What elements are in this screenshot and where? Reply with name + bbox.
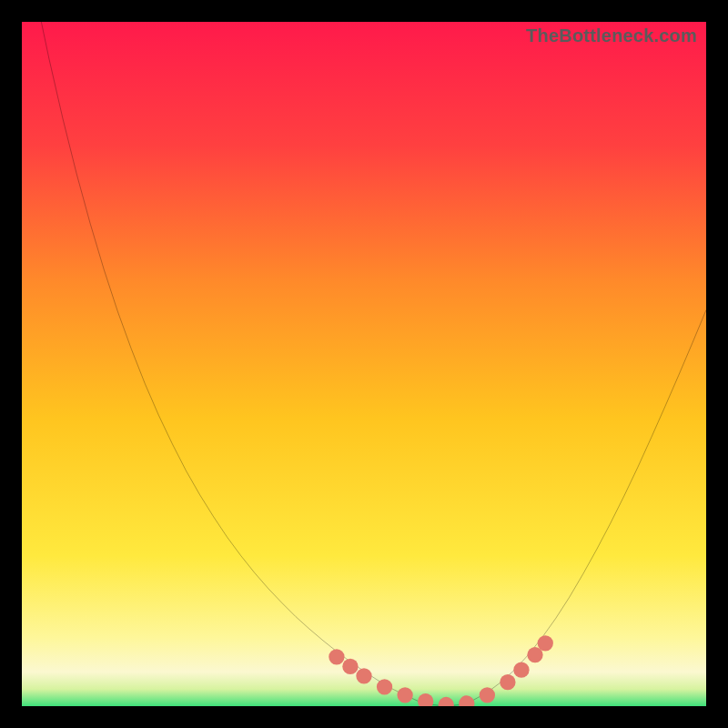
curve-marker <box>513 662 529 677</box>
curve-marker <box>342 659 358 674</box>
curve-marker <box>439 697 454 706</box>
curve-marker <box>397 687 412 703</box>
curve-marker <box>418 693 433 706</box>
bottleneck-curve <box>22 22 706 706</box>
curve-marker <box>377 679 392 694</box>
plot-area: TheBottleneck.com <box>22 22 706 706</box>
curve-marker <box>538 635 553 651</box>
curve-marker <box>356 668 371 683</box>
chart-frame: TheBottleneck.com <box>0 0 728 728</box>
curve-marker <box>480 687 495 703</box>
curve-marker <box>329 649 344 664</box>
curve-marker <box>500 674 515 690</box>
curve-marker <box>459 695 474 706</box>
